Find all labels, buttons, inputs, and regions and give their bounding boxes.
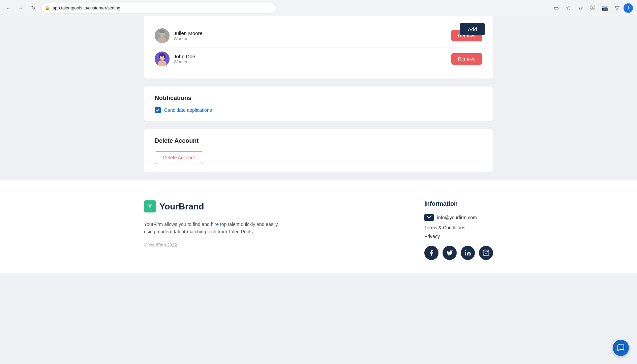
- linkedin-icon[interactable]: [461, 246, 475, 260]
- remove-button-john[interactable]: Remove: [451, 53, 482, 65]
- svg-point-9: [159, 53, 165, 57]
- brand-description: YourFirm allows you to find and hire top…: [144, 221, 285, 236]
- email-icon: [424, 214, 434, 221]
- terms-link[interactable]: Terms & Conditions: [424, 225, 493, 230]
- notifications-title: Notifications: [155, 95, 482, 102]
- social-icons: [424, 246, 493, 260]
- address-bar[interactable]: 🔒 app.talentpools.io/customer/setting: [40, 3, 276, 13]
- security-icon: 🔒: [45, 6, 50, 10]
- profile-avatar[interactable]: I: [624, 3, 633, 13]
- main-container: Add Julien Moore Worker: [139, 16, 498, 172]
- bookmark-button[interactable]: ☆: [563, 3, 574, 13]
- checkbox-row: Candidate applications: [155, 107, 482, 113]
- worker-row: Julien Moore Worker Remove: [155, 24, 482, 47]
- svg-point-4: [159, 30, 165, 33]
- chat-widget[interactable]: [613, 340, 629, 356]
- instagram-icon[interactable]: [479, 246, 493, 260]
- delete-account-button[interactable]: Delete Account: [155, 151, 203, 164]
- worker-avatar-julien: [155, 28, 170, 43]
- worker-info: John Doe Worker: [174, 54, 451, 64]
- copyright-text: © YourFirm 2022: [144, 242, 285, 247]
- browser-chrome: ← → ↻ 🔒 app.talentpools.io/customer/sett…: [0, 0, 637, 16]
- worker-role: Worker: [174, 36, 451, 41]
- workers-card: Add Julien Moore Worker: [144, 16, 493, 78]
- url-text: app.talentpools.io/customer/setting: [53, 5, 272, 10]
- brand-logo: Y YourBrand: [144, 200, 285, 212]
- worker-info: Julien Moore Worker: [174, 30, 451, 41]
- notifications-card: Notifications Candidate applications: [144, 87, 493, 121]
- delete-account-card: Delete Account Delete Account: [144, 129, 493, 172]
- forward-button[interactable]: →: [16, 3, 26, 13]
- worker-avatar-john: [155, 52, 170, 66]
- candidate-applications-label: Candidate applications: [164, 107, 212, 113]
- delete-account-title: Delete Account: [155, 137, 482, 144]
- hire-link[interactable]: hire: [211, 222, 219, 227]
- extension-spark-button[interactable]: ✩: [575, 3, 586, 13]
- reload-button[interactable]: ↻: [28, 3, 38, 13]
- camera-button[interactable]: 📷: [599, 3, 610, 13]
- back-button[interactable]: ←: [4, 3, 13, 13]
- browser-actions: ▭ ☆ ✩ ⓘ 📷 ▽ I: [551, 3, 633, 13]
- facebook-icon[interactable]: [424, 246, 438, 260]
- worker-name: John Doe: [174, 54, 451, 59]
- add-button[interactable]: Add: [460, 23, 485, 35]
- footer: Y YourBrand YourFirm allows you to find …: [0, 180, 637, 273]
- footer-left: Y YourBrand YourFirm allows you to find …: [144, 200, 285, 247]
- info-title: Information: [424, 200, 493, 207]
- footer-right: Information info@yourfirm.com Terms & Co…: [424, 200, 493, 260]
- candidate-applications-checkbox[interactable]: [155, 107, 161, 113]
- worker-row: John Doe Worker Remove: [155, 47, 482, 70]
- svg-point-13: [465, 250, 466, 251]
- worker-name: Julien Moore: [174, 30, 451, 36]
- page-content: Add Julien Moore Worker: [0, 16, 637, 364]
- worker-role: Worker: [174, 59, 451, 64]
- email-text: info@yourfirm.com: [437, 215, 477, 220]
- puzzle-button[interactable]: ▽: [611, 3, 622, 13]
- info-email-row: info@yourfirm.com: [424, 214, 493, 221]
- footer-inner: Y YourBrand YourFirm allows you to find …: [139, 200, 498, 260]
- open-tab-button[interactable]: ▭: [551, 3, 562, 13]
- privacy-link[interactable]: Privacy: [424, 234, 493, 239]
- info-button[interactable]: ⓘ: [587, 3, 598, 13]
- svg-rect-14: [483, 250, 489, 256]
- twitter-icon[interactable]: [443, 246, 457, 260]
- svg-point-10: [159, 55, 160, 58]
- svg-point-11: [164, 55, 165, 58]
- brand-name: YourBrand: [159, 201, 204, 212]
- brand-icon: Y: [144, 200, 156, 212]
